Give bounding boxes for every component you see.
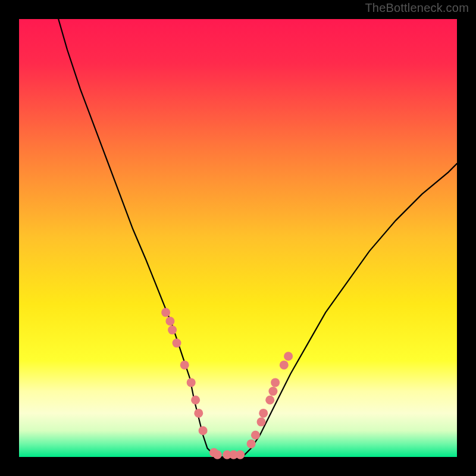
- data-point: [236, 450, 245, 459]
- data-point: [173, 339, 181, 347]
- data-point: [180, 361, 189, 369]
- data-point: [257, 418, 266, 427]
- data-point: [251, 431, 260, 440]
- watermark-text: TheBottleneck.com: [365, 1, 469, 15]
- data-point: [161, 308, 170, 317]
- data-point: [187, 378, 196, 387]
- data-point: [280, 361, 289, 369]
- data-point: [284, 352, 293, 361]
- data-point: [213, 450, 222, 459]
- data-point: [191, 396, 200, 405]
- data-point: [194, 409, 203, 418]
- data-point: [165, 317, 174, 325]
- data-point: [259, 409, 268, 418]
- data-point: [268, 387, 277, 396]
- bottleneck-chart: [0, 0, 476, 476]
- data-point: [271, 378, 280, 387]
- data-point: [247, 439, 256, 448]
- data-point: [168, 325, 177, 334]
- data-point: [265, 396, 274, 405]
- gradient-background: [19, 19, 457, 457]
- chart-canvas: [0, 0, 476, 476]
- data-point: [199, 426, 208, 435]
